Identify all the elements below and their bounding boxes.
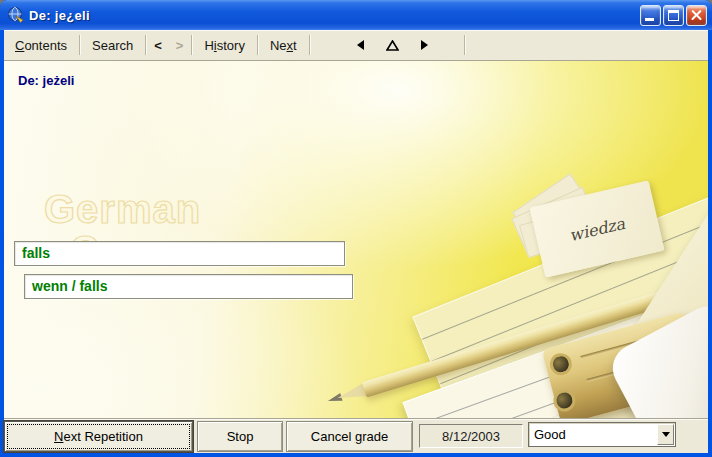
toolbar-separator (464, 35, 465, 55)
history-button[interactable]: History (193, 30, 255, 60)
grade-dropdown-button[interactable] (657, 424, 674, 445)
next-button[interactable]: Next (259, 30, 308, 60)
up-triangle-icon (386, 40, 399, 51)
stop-button[interactable]: Stop (197, 421, 283, 452)
forward-button[interactable]: > (169, 30, 191, 60)
contents-button[interactable]: Contents (4, 30, 78, 60)
repetition-date-field: 8/12/2003 (419, 424, 523, 448)
close-button[interactable] (686, 5, 707, 26)
toolbar-spacer (441, 30, 463, 60)
next-repetition-button[interactable]: Next Repetition (4, 421, 193, 452)
content-area: De: jeżeli German Course wiedza (e)Bibli… (4, 61, 708, 418)
search-button[interactable]: Search (81, 30, 144, 60)
toolbar-separator (79, 35, 80, 55)
window-title: De: je¿eli (29, 8, 638, 23)
back-button[interactable]: < (147, 30, 169, 60)
nav-next-button[interactable] (409, 30, 441, 60)
cancel-grade-button[interactable]: Cancel grade (286, 421, 413, 452)
minimize-icon (645, 18, 654, 21)
grade-select[interactable]: Good (528, 422, 676, 447)
toolbar: Contents Search < > History Next (4, 30, 708, 61)
bottom-bar: Next Repetition Stop Cancel grade 8/12/2… (4, 418, 708, 453)
close-icon (687, 6, 706, 25)
toolbar-separator (309, 35, 310, 55)
toolbar-spacer (311, 30, 345, 60)
answer-field[interactable]: wenn / falls (24, 274, 353, 299)
wiedza-card-text: wiedza (567, 213, 626, 244)
right-triangle-icon (421, 40, 428, 50)
left-triangle-icon (357, 40, 364, 50)
toolbar-separator (145, 35, 146, 55)
app-icon (7, 6, 25, 24)
toolbar-separator (191, 35, 192, 55)
watermark-text: German (44, 187, 201, 232)
sharpener-hole (547, 351, 574, 378)
toolbar-separator (257, 35, 258, 55)
minimize-button[interactable] (640, 5, 661, 26)
grade-selected-value: Good (529, 427, 657, 442)
title-bar: De: je¿eli (0, 0, 712, 30)
page-title: De: jeżeli (18, 73, 74, 88)
down-arrow-icon (662, 432, 670, 437)
maximize-icon (668, 10, 679, 21)
application-window: De: je¿eli Contents Search < > History (0, 0, 712, 457)
nav-home-button[interactable] (377, 30, 409, 60)
maximize-button[interactable] (663, 5, 684, 26)
nav-previous-button[interactable] (345, 30, 377, 60)
question-field[interactable]: falls (14, 241, 345, 266)
